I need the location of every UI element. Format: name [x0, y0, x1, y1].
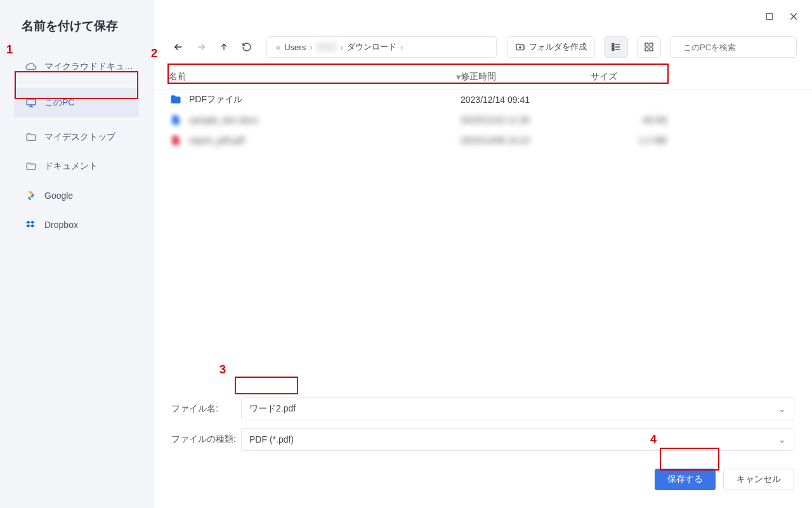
sidebar-item-label: Dropbox	[44, 220, 78, 230]
search-box[interactable]	[670, 36, 797, 58]
file-icon	[169, 113, 183, 127]
toolbar: « Users › › ダウンロード › フォルダを作成	[154, 33, 812, 61]
column-header-name[interactable]: 名前 ▾	[169, 71, 461, 83]
folder-icon	[25, 131, 37, 143]
file-name: PDFファイル	[189, 94, 461, 105]
dialog-title: 名前を付けて保存	[0, 15, 153, 52]
file-list: PDFファイル 2023/12/14 09:41 sample_doc.docx…	[154, 90, 812, 150]
file-list-header: 名前 ▾ 修正時間 サイズ	[154, 61, 812, 90]
folder-icon	[169, 93, 183, 107]
bottom-form: ファイル名: ワード2.pdf ⌄ ファイルの種類: PDF (*.pdf) ⌄…	[154, 398, 812, 508]
refresh-button[interactable]	[237, 37, 256, 57]
filetype-select[interactable]: PDF (*.pdf) ⌄	[241, 428, 794, 451]
new-folder-button[interactable]: フォルダを作成	[507, 36, 595, 58]
new-folder-label: フォルダを作成	[529, 41, 587, 53]
breadcrumb-part[interactable]: Users	[284, 43, 306, 52]
sidebar-item-documents[interactable]: ドキュメント	[0, 152, 153, 181]
titlebar	[154, 0, 812, 33]
view-list-button[interactable]	[604, 36, 628, 58]
svg-rect-0	[27, 99, 36, 105]
filename-input[interactable]: ワード2.pdf ⌄	[241, 398, 794, 420]
filename-value: ワード2.pdf	[249, 403, 296, 415]
chevron-left-double-icon: «	[275, 43, 282, 52]
file-size: 1.2 MB	[591, 135, 667, 145]
sidebar-item-desktop[interactable]: マイデスクトップ	[0, 123, 153, 152]
svg-rect-4	[612, 49, 614, 51]
sidebar-item-label: Google	[44, 190, 73, 201]
main-panel: « Users › › ダウンロード › フォルダを作成	[154, 0, 812, 508]
file-row[interactable]: report_pdf.pdf 2023/12/08 15:22 1.2 MB	[169, 130, 797, 150]
file-row[interactable]: sample_doc.docx 2023/12/10 11:30 48 KB	[169, 110, 797, 130]
filetype-value: PDF (*.pdf)	[249, 434, 294, 444]
grid-view-icon	[644, 42, 654, 52]
chevron-down-icon[interactable]: ⌄	[778, 434, 786, 444]
sidebar-separator	[19, 83, 134, 83]
annotation-box	[235, 377, 298, 394]
sidebar: 名前を付けて保存 マイクラウドドキュ… このPC マイデスクトップ ドキュメン	[0, 0, 154, 508]
breadcrumb-part-redacted[interactable]	[317, 43, 337, 51]
breadcrumb-part[interactable]: ダウンロード	[347, 41, 396, 53]
nav-forward-button[interactable]	[192, 37, 211, 57]
chevron-right-icon: ›	[339, 43, 344, 52]
svg-rect-5	[645, 43, 648, 46]
sidebar-item-label: このPC	[44, 97, 74, 109]
file-name: report_pdf.pdf	[189, 135, 461, 145]
file-icon	[169, 133, 183, 147]
chevron-down-icon[interactable]: ⌄	[778, 404, 786, 414]
folder-icon	[25, 161, 37, 172]
column-header-modified[interactable]: 修正時間	[461, 71, 591, 83]
cloud-icon	[25, 61, 37, 72]
svg-rect-7	[645, 48, 648, 51]
sidebar-item-cloud[interactable]: マイクラウドドキュ…	[0, 52, 153, 81]
sidebar-item-label: マイデスクトップ	[44, 131, 115, 143]
file-size: 48 KB	[591, 115, 667, 125]
search-input[interactable]	[683, 43, 790, 52]
breadcrumb[interactable]: « Users › › ダウンロード ›	[266, 36, 497, 58]
google-drive-icon	[25, 190, 37, 201]
file-modified: 2023/12/10 11:30	[461, 115, 591, 125]
svg-rect-3	[612, 46, 614, 48]
maximize-icon[interactable]	[764, 11, 775, 22]
sort-caret-icon: ▾	[456, 72, 461, 82]
file-modified: 2023/12/08 15:22	[461, 135, 591, 145]
sidebar-item-dropbox[interactable]: Dropbox	[0, 210, 153, 239]
new-folder-icon	[515, 42, 525, 52]
close-icon[interactable]	[788, 11, 799, 22]
view-grid-button[interactable]	[637, 36, 661, 58]
column-header-size[interactable]: サイズ	[591, 71, 667, 83]
sidebar-item-google[interactable]: Google	[0, 181, 153, 210]
nav-up-button[interactable]	[214, 37, 233, 57]
svg-rect-2	[612, 44, 614, 46]
nav-back-button[interactable]	[169, 37, 188, 57]
filename-label: ファイル名:	[171, 403, 241, 415]
dropbox-icon	[25, 219, 37, 231]
sidebar-item-label: マイクラウドドキュ…	[44, 61, 133, 72]
chevron-right-icon: ›	[308, 43, 313, 52]
monitor-icon	[25, 97, 37, 109]
sidebar-item-label: ドキュメント	[44, 161, 98, 172]
list-view-icon	[611, 42, 621, 52]
svg-rect-6	[650, 43, 653, 46]
svg-rect-8	[650, 48, 653, 51]
sidebar-item-thispc[interactable]: このPC	[14, 88, 139, 117]
file-name: sample_doc.docx	[189, 115, 461, 125]
file-row[interactable]: PDFファイル 2023/12/14 09:41	[169, 90, 797, 110]
file-modified: 2023/12/14 09:41	[461, 95, 591, 105]
filetype-label: ファイルの種類:	[171, 434, 241, 445]
chevron-right-icon: ›	[399, 43, 404, 52]
annotation-number: 3	[219, 363, 226, 377]
cancel-button[interactable]: キャンセル	[723, 469, 794, 490]
svg-rect-1	[766, 13, 772, 19]
save-button[interactable]: 保存する	[655, 469, 716, 490]
